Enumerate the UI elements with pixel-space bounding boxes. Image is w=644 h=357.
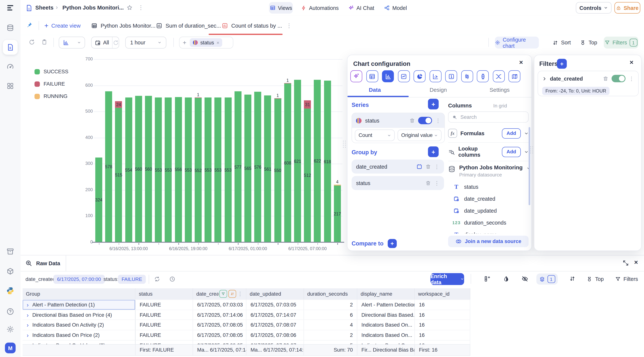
expand-row-icon[interactable]: › xyxy=(27,342,28,344)
controls-button[interactable]: Controls xyxy=(576,2,612,14)
datasource-header[interactable]: Python Jobs Monitoring Primary datasourc… xyxy=(448,165,529,178)
series-toggle[interactable] xyxy=(418,117,432,124)
hide-columns-icon[interactable] xyxy=(522,275,528,282)
cell-group[interactable]: ›Directional Bias Based on Price (4) xyxy=(22,310,136,320)
add-group-by-button[interactable]: + xyxy=(428,146,439,157)
help-icon[interactable] xyxy=(6,307,14,315)
packages-icon[interactable] xyxy=(6,267,14,275)
table-top-button[interactable]: Top xyxy=(586,273,604,285)
expand-row-icon[interactable]: › xyxy=(27,332,28,338)
bar-3[interactable]: 554 xyxy=(125,59,132,242)
calendar-icon[interactable] xyxy=(416,164,422,170)
chart-type-boxplot-icon[interactable] xyxy=(477,70,489,82)
chart-type-candlestick-icon[interactable] xyxy=(461,70,473,82)
add-compare-button[interactable]: + xyxy=(388,239,396,248)
bar-segment-failure[interactable] xyxy=(274,98,281,98)
python-icon[interactable] xyxy=(6,287,14,295)
bar-24[interactable]: 2174 xyxy=(334,59,341,242)
column-header-group[interactable]: Group xyxy=(22,288,136,299)
chart-type-map-icon[interactable] xyxy=(508,70,520,82)
tab-sum-of-duration[interactable]: Sum of duration_sec... xyxy=(156,21,221,30)
interval-select[interactable]: 1 hour xyxy=(125,37,166,49)
filter-toggle[interactable] xyxy=(612,75,626,82)
chevron-right-icon[interactable] xyxy=(542,76,546,81)
datasource-field-date_updated[interactable]: date_updated xyxy=(453,205,529,217)
columns-search[interactable]: Search xyxy=(448,112,529,123)
raw-data-tab[interactable]: Raw Data xyxy=(26,255,60,271)
trash-icon[interactable] xyxy=(410,118,415,124)
cell-group[interactable]: ›Alert - Pattern Detection (1) xyxy=(22,300,136,309)
table-row[interactable]: ›Indicators Based On Activity (2)FAILURE… xyxy=(22,320,470,330)
column-header-workspace_id[interactable]: workspace_id xyxy=(415,288,470,299)
tab-kebab-icon[interactable]: ⋮ xyxy=(286,23,292,28)
add-group-icon[interactable]: + xyxy=(183,40,186,46)
bar-11[interactable]: 553 xyxy=(204,59,212,242)
bar-2[interactable]: 51524 xyxy=(115,59,122,242)
chart-type-pie-chart-icon[interactable] xyxy=(414,70,426,82)
title-kebab-icon[interactable]: ⋮ xyxy=(138,5,144,10)
table-row[interactable]: ›Alert - Pattern Detection (1)FAILURE6/1… xyxy=(22,300,470,310)
context-date-chip[interactable]: 6/17/2025, 07:00:00 xyxy=(54,275,105,284)
create-view-button[interactable]: + Create view xyxy=(44,21,80,30)
bar-7[interactable]: 553 xyxy=(165,59,172,242)
trash-icon[interactable] xyxy=(426,164,431,170)
enrich-data-button[interactable]: Enrich data xyxy=(430,273,464,285)
join-data-source-button[interactable]: Join a new data source xyxy=(448,236,529,247)
remove-chip-icon[interactable]: × xyxy=(216,40,219,46)
chart-type-bar-chart-icon[interactable] xyxy=(382,70,394,82)
value-mode-select[interactable]: Original value xyxy=(398,130,442,141)
avatar[interactable]: M xyxy=(5,343,16,353)
aggregation-select[interactable]: Count xyxy=(355,130,394,141)
add-formula-button[interactable]: Add xyxy=(502,128,521,138)
sort-arrows-icon[interactable] xyxy=(569,275,576,282)
tab-settings[interactable]: Settings xyxy=(490,87,510,93)
share-button[interactable]: Share xyxy=(614,2,640,14)
bar-6[interactable]: 553 xyxy=(155,59,162,242)
bar-23[interactable]: 618 xyxy=(324,59,331,242)
add-filter-button[interactable]: + xyxy=(557,59,567,69)
bar-4[interactable]: 560 xyxy=(135,59,142,242)
bar-15[interactable]: 565 xyxy=(244,59,251,242)
column-header-date_updated[interactable]: date_updated xyxy=(246,288,304,299)
bar-10[interactable]: 5521 xyxy=(195,59,202,242)
sidebar-item-sheets[interactable] xyxy=(3,40,18,55)
dashboards-icon[interactable] xyxy=(6,63,14,70)
table-row[interactable]: ›Indicators Based On Price (2)FAILURE6/1… xyxy=(22,330,470,340)
breadcrumb-app[interactable]: Sheets xyxy=(36,5,54,11)
bar-21[interactable]: 51231 xyxy=(304,59,311,242)
clock-icon[interactable] xyxy=(169,276,175,282)
close-icon[interactable]: × xyxy=(634,259,638,266)
storage-icon[interactable] xyxy=(6,247,14,255)
expand-row-icon[interactable]: › xyxy=(27,312,28,318)
datasource-field-display_name[interactable]: Tdisplay_name xyxy=(453,229,529,233)
tab-count-of-status-active[interactable]: Count of status by ... ⋮ xyxy=(222,21,292,30)
bar-19[interactable]: 6081 xyxy=(284,59,291,242)
bar-17[interactable]: 561 xyxy=(264,59,271,242)
add-column-icon[interactable] xyxy=(484,275,490,282)
tab-python-jobs-monitoring[interactable]: Python Jobs Monitor... xyxy=(91,21,156,30)
bar-segment-failure[interactable] xyxy=(284,83,291,83)
star-icon[interactable] xyxy=(126,5,133,11)
nav-model[interactable]: Model xyxy=(381,2,410,14)
filter-summary-chip[interactable]: From: -24, To: 0, Unit: HOUR xyxy=(542,87,610,95)
top-button[interactable]: Top xyxy=(580,37,597,49)
column-header-status[interactable]: status xyxy=(136,288,193,299)
columns-scrollbar[interactable] xyxy=(529,127,530,205)
apps-grid-icon[interactable] xyxy=(6,82,14,90)
legend-item-running[interactable]: RUNNING xyxy=(34,94,68,99)
column-header-duration_seconds[interactable]: duration_seconds xyxy=(304,288,358,299)
expand-row-icon[interactable]: › xyxy=(27,322,28,328)
chart-type-ai-suggest-icon[interactable] xyxy=(350,70,362,82)
sort-button[interactable]: Sort xyxy=(552,37,571,49)
column-sort-badge-icon[interactable] xyxy=(228,290,236,298)
add-lookup-button[interactable]: Add xyxy=(502,147,521,157)
group-by-item-date-created[interactable]: date_created ⋮ xyxy=(352,160,444,174)
bar-1[interactable]: 578 xyxy=(105,59,112,242)
chevron-down-icon[interactable] xyxy=(524,150,528,154)
bar-16[interactable]: 576 xyxy=(254,59,261,242)
tab-data[interactable]: Data xyxy=(369,87,381,93)
chart-type-dropdown[interactable] xyxy=(59,37,85,49)
nav-ai-chat[interactable]: AI Chat xyxy=(345,2,377,14)
series-kebab-icon[interactable]: ⋮ xyxy=(435,118,441,123)
fill-color-icon[interactable] xyxy=(503,275,509,282)
